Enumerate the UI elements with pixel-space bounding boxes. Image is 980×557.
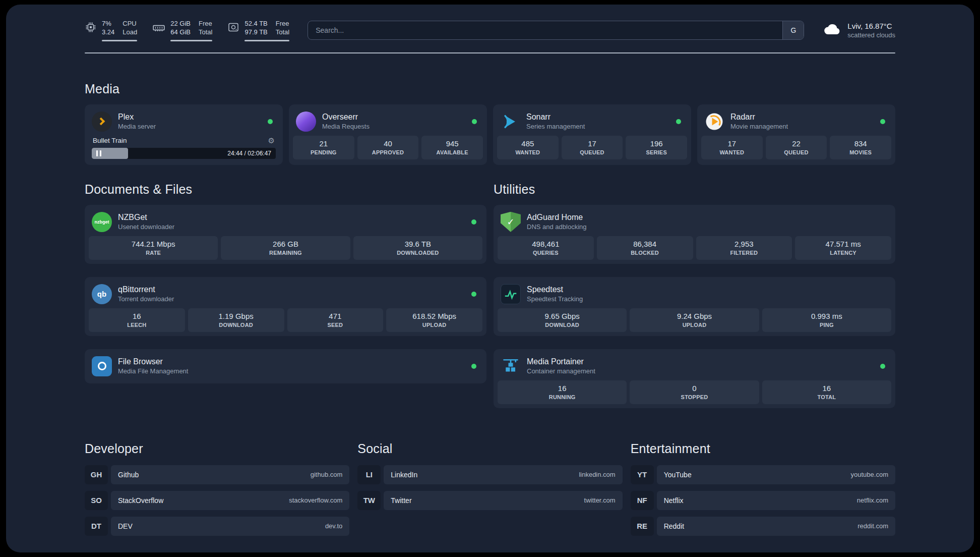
service-card-filebrowser[interactable]: File Browser Media File Management <box>85 349 486 383</box>
service-card-radarr[interactable]: Radarr Movie management 17 WANTED 22 QUE… <box>697 104 895 165</box>
media-grid: Plex Media server Bullet Train ⚙ 24:44 /… <box>85 104 895 165</box>
service-card-overseerr[interactable]: Overseerr Media Requests 21 PENDING 40 A… <box>289 104 487 165</box>
stat-tile: 471 SEED <box>287 308 384 332</box>
service-desc: DNS and adblocking <box>527 223 587 231</box>
playback-progress-bar: 24:44 / 02:06:47 <box>92 148 276 159</box>
status-dot <box>676 119 681 124</box>
bookmark-name: YouTube <box>664 471 692 479</box>
search-provider-button[interactable]: G <box>782 21 804 39</box>
stat-tile: 17 WANTED <box>701 136 763 159</box>
stat-tile: 9.65 Gbps DOWNLOAD <box>498 308 627 332</box>
service-card-sonarr[interactable]: Sonarr Series management 485 WANTED 17 Q… <box>493 104 691 165</box>
section-title-social: Social <box>357 441 622 456</box>
stat-tile: 196 SERIES <box>626 136 687 159</box>
status-dot <box>471 219 476 225</box>
bookmark-abbr: YT <box>631 465 654 484</box>
section-title-utilities: Utilities <box>494 182 895 197</box>
nzbget-icon: nzbget <box>92 212 112 232</box>
service-name: AdGuard Home <box>527 213 587 222</box>
qbittorrent-icon: qb <box>92 284 112 304</box>
portainer-icon <box>501 356 521 376</box>
service-desc: Media File Management <box>118 367 188 375</box>
memory-free-label: Free <box>199 20 212 28</box>
disk-icon <box>227 21 239 35</box>
weather-location: Lviv, 16.87°C <box>847 21 895 31</box>
service-card-adguard[interactable]: ✓ AdGuard Home DNS and adblocking 498,46… <box>494 205 895 264</box>
service-desc: Movie management <box>730 123 788 130</box>
gear-icon[interactable]: ⚙ <box>268 137 275 144</box>
filebrowser-icon <box>92 356 112 376</box>
service-card-speedtest[interactable]: Speedtest Speedtest Tracking 9.65 Gbps D… <box>494 277 895 336</box>
service-card-plex[interactable]: Plex Media server Bullet Train ⚙ 24:44 /… <box>85 104 283 165</box>
cpu-resource-widget: 7% 3.24 CPU Load <box>85 20 137 41</box>
stat-tile: 945 AVAILABLE <box>421 136 483 159</box>
stat-tile: 39.6 TB DOWNLOADED <box>353 236 482 260</box>
service-card-nzbget[interactable]: nzbget NZBGet Usenet downloader 744.21 M… <box>85 205 486 264</box>
bookmark-url: stackoverflow.com <box>289 496 342 504</box>
service-desc: Media Requests <box>322 123 370 130</box>
bookmark-abbr: SO <box>85 491 108 510</box>
bookmark-stackoverflow[interactable]: SO StackOverflow stackoverflow.com <box>85 491 349 510</box>
section-title-media: Media <box>85 82 895 96</box>
cloud-icon <box>822 22 842 39</box>
status-dot <box>471 364 476 369</box>
stat-tile: 16 LEECH <box>89 308 185 332</box>
bookmark-abbr: NF <box>631 491 654 510</box>
service-name: Overseerr <box>322 113 370 122</box>
stat-tile: 22 QUEUED <box>766 136 827 159</box>
status-dot <box>472 119 477 124</box>
bookmark-abbr: TW <box>357 491 381 510</box>
bookmark-url: dev.to <box>325 522 342 530</box>
bookmark-group-entertainment: Entertainment YT YouTube youtube.com NF … <box>631 441 895 536</box>
plex-icon <box>92 112 112 132</box>
stat-tile: 21 PENDING <box>293 136 354 159</box>
bookmark-name: Twitter <box>391 496 411 505</box>
bookmark-reddit[interactable]: RE Reddit reddit.com <box>631 517 895 536</box>
plex-now-playing-widget: Bullet Train ⚙ 24:44 / 02:06:47 <box>89 136 279 161</box>
bookmark-name: Netflix <box>664 496 684 505</box>
cpu-load-label: Load <box>122 28 137 37</box>
radarr-icon <box>704 112 724 132</box>
stat-tile: 0.993 ms PING <box>762 308 891 332</box>
weather-condition: scattered clouds <box>847 31 895 40</box>
bookmark-twitter[interactable]: TW Twitter twitter.com <box>357 491 622 510</box>
service-desc: Torrent downloader <box>118 295 174 303</box>
bookmark-youtube[interactable]: YT YouTube youtube.com <box>631 465 895 484</box>
bookmark-abbr: LI <box>357 465 381 484</box>
status-dot <box>880 119 885 124</box>
status-dot <box>268 119 273 124</box>
disk-total-value: 97.9 TB <box>244 28 267 37</box>
cpu-usage-bar <box>102 40 137 41</box>
status-dot <box>471 292 476 297</box>
bookmark-url: github.com <box>311 471 343 478</box>
memory-resource-widget: 22 GiB 64 GiB Free Total <box>152 20 212 41</box>
service-card-portainer[interactable]: Media Portainer Container management 16 … <box>494 349 895 408</box>
service-desc: Usenet downloader <box>118 223 174 231</box>
stat-tile: 9.24 Gbps UPLOAD <box>630 308 759 332</box>
bookmark-github[interactable]: GH Github github.com <box>85 465 349 484</box>
sonarr-icon <box>500 112 520 132</box>
stat-tile: 266 GB REMAINING <box>221 236 350 260</box>
disk-total-label: Total <box>276 28 289 37</box>
pause-icon <box>96 150 101 156</box>
bookmark-abbr: GH <box>85 465 108 484</box>
section-title-entertainment: Entertainment <box>631 441 895 456</box>
bookmark-dev[interactable]: DT DEV dev.to <box>85 517 349 536</box>
service-name: File Browser <box>118 357 188 366</box>
service-desc: Speedtest Tracking <box>527 295 583 303</box>
ram-icon <box>152 21 165 36</box>
section-title-developer: Developer <box>85 441 349 456</box>
status-dot <box>880 364 885 369</box>
bookmark-netflix[interactable]: NF Netflix netflix.com <box>631 491 895 510</box>
bookmark-url: twitter.com <box>584 496 616 504</box>
bookmark-linkedin[interactable]: LI LinkedIn linkedin.com <box>357 465 622 484</box>
service-card-qbittorrent[interactable]: qb qBittorrent Torrent downloader 16 LEE… <box>85 277 486 336</box>
cpu-icon <box>85 21 97 35</box>
bookmark-group-developer: Developer GH Github github.com SO StackO… <box>85 441 349 536</box>
bookmark-url: linkedin.com <box>579 471 615 478</box>
stat-tile: 86,384 BLOCKED <box>597 236 693 260</box>
dashboard: 7% 3.24 CPU Load 22 GiB <box>6 5 974 552</box>
search-input[interactable] <box>308 21 782 39</box>
now-playing-title: Bullet Train <box>93 137 127 144</box>
cpu-percent: 7% <box>102 20 114 28</box>
